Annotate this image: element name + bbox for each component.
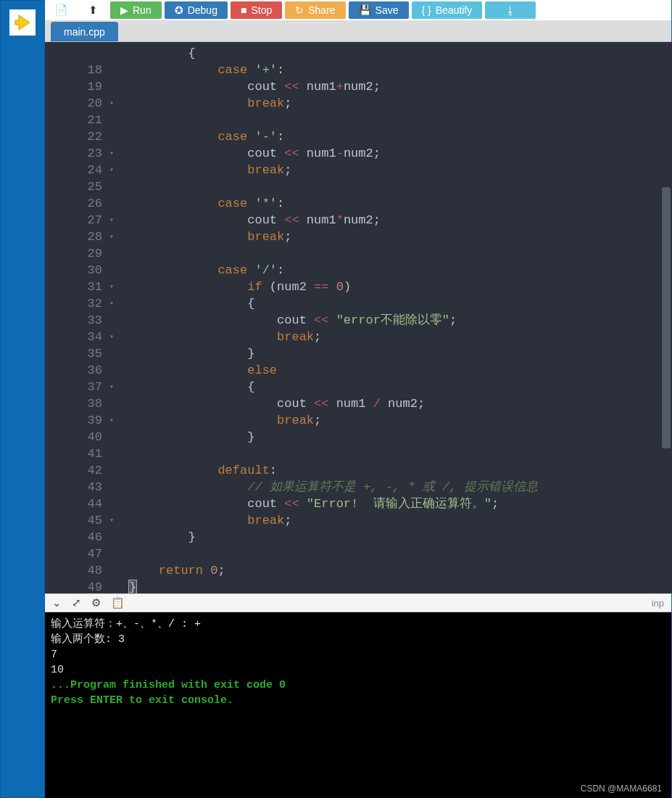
console-toolbar: ⌄ ⤢ ⚙ 📋 inp — [45, 593, 671, 612]
tab-bar: main.cpp — [45, 20, 671, 42]
debug-label: Debug — [188, 4, 217, 16]
share-icon: ↻ — [295, 4, 304, 16]
run-label: Run — [133, 4, 152, 16]
beautify-label: Beautify — [436, 4, 473, 16]
tab-label: main.cpp — [64, 26, 105, 38]
new-file-button[interactable]: 📄 — [46, 1, 75, 19]
download-button[interactable]: ⭳ — [485, 1, 536, 19]
gear-icon[interactable]: ⚙ — [91, 596, 101, 609]
code-area[interactable]: { case '+': cout << num1+num2; break; ca… — [119, 42, 671, 593]
run-button[interactable]: ▶Run — [110, 1, 162, 19]
svg-marker-0 — [15, 15, 30, 30]
tab-main-cpp[interactable]: main.cpp — [51, 22, 118, 41]
chevron-down-icon[interactable]: ⌄ — [52, 596, 62, 609]
expand-icon[interactable]: ⤢ — [72, 596, 81, 609]
left-rail — [0, 0, 45, 798]
download-icon: ⭳ — [505, 4, 515, 16]
console-output[interactable]: 输入运算符：+、-、*、/ : +输入两个数: 3710...Program f… — [45, 612, 671, 798]
debug-icon: ✪ — [175, 4, 183, 16]
stop-button[interactable]: ■Stop — [231, 1, 282, 19]
save-icon: 💾 — [359, 4, 371, 16]
share-button[interactable]: ↻Share — [285, 1, 345, 19]
line-gutter: 181920▾212223▾24▾252627▾28▾293031▾32▾333… — [45, 42, 119, 593]
save-button[interactable]: 💾Save — [349, 1, 409, 19]
beautify-button[interactable]: { }Beautify — [412, 1, 483, 19]
debug-button[interactable]: ✪Debug — [165, 1, 228, 19]
play-icon: ▶ — [120, 4, 128, 16]
watermark: CSDN @MAMA6681 — [581, 783, 662, 794]
save-label: Save — [376, 4, 399, 16]
copy-icon[interactable]: 📋 — [111, 596, 125, 609]
scrollbar-thumb[interactable] — [662, 187, 671, 448]
console-right-label: inp — [652, 598, 664, 609]
share-label: Share — [308, 4, 335, 16]
stop-label: Stop — [251, 4, 272, 16]
beautify-icon: { } — [422, 4, 431, 16]
toolbar: 📄 ⬆ ▶Run ✪Debug ■Stop ↻Share 💾Save { }Be… — [45, 0, 671, 20]
upload-button[interactable]: ⬆ — [78, 1, 107, 19]
logo-icon — [9, 9, 36, 36]
scrollbar-track[interactable] — [660, 42, 672, 593]
code-editor[interactable]: 181920▾212223▾24▾252627▾28▾293031▾32▾333… — [45, 42, 671, 593]
stop-icon: ■ — [241, 4, 246, 16]
